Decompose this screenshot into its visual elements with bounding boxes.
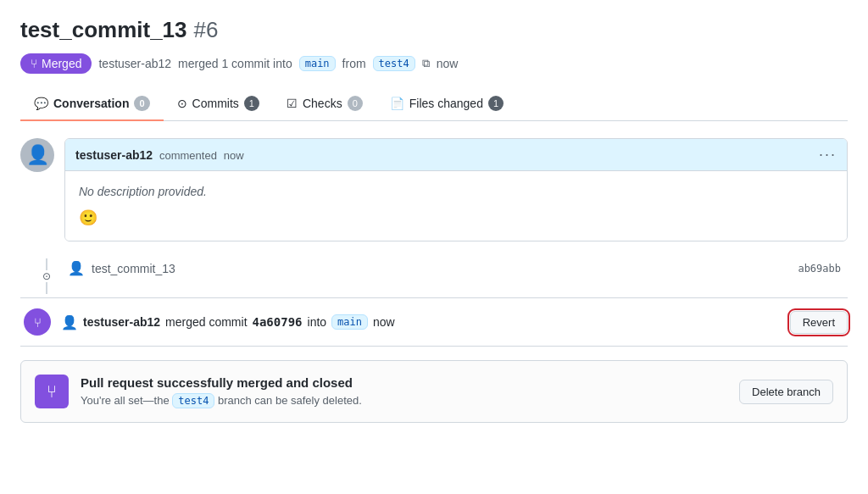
avatar: 👤 [20, 138, 54, 172]
comment-action: commented [159, 149, 217, 162]
tab-commits-count: 1 [244, 96, 259, 111]
tab-conversation-label: Conversation [53, 97, 129, 110]
pr-time: now [437, 57, 459, 70]
files-changed-icon: 📄 [390, 97, 404, 110]
commits-icon: ⊙ [177, 97, 187, 110]
commit-sha: ab69abb [798, 263, 848, 275]
merged-banner-description: You're all set—the test4 branch can be s… [81, 393, 727, 408]
comment-menu-button[interactable]: ··· [819, 146, 837, 164]
comment-description: No description provided. [79, 185, 833, 198]
checks-icon: ☑ [287, 97, 298, 110]
merge-banner-merge-icon: ⑂ [47, 382, 57, 402]
pr-status-bar: ⑂ Merged testuser-ab12 merged 1 commit i… [20, 53, 848, 74]
pr-title: test_commit_13 #6 [20, 17, 848, 43]
comment-time: now [224, 149, 244, 162]
pr-title-text: test_commit_13 [20, 17, 187, 43]
merge-icon: ⑂ [31, 57, 37, 70]
revert-button[interactable]: Revert [790, 311, 848, 334]
commit-avatar-icon: 👤 [68, 260, 85, 276]
tab-conversation-count: 0 [134, 96, 149, 111]
merged-badge: ⑂ Merged [20, 53, 92, 74]
merged-label: Merged [42, 57, 81, 70]
avatar-icon: 👤 [26, 146, 49, 164]
banner-branch-tag: test4 [172, 393, 214, 408]
comment-meta: testuser-ab12 commented now [75, 148, 244, 162]
merge-event-icon: ⑂ [24, 308, 51, 336]
banner-desc-suffix: branch can be safely deleted. [218, 394, 362, 407]
comment-author: testuser-ab12 [75, 148, 153, 162]
comment-header: testuser-ab12 commented now ··· [65, 139, 847, 171]
merge-event-row: ⑂ 👤 testuser-ab12 merged commit 4a60796 … [20, 297, 848, 347]
comment-body: No description provided. 🙂 [65, 171, 847, 241]
base-branch-tag: main [299, 56, 336, 71]
pr-number: #6 [194, 17, 219, 43]
tab-files-count: 1 [488, 96, 504, 111]
comment-row: 👤 testuser-ab12 commented now ··· No des… [20, 138, 848, 241]
banner-desc-prefix: You're all set—the [81, 394, 170, 407]
head-branch-tag: test4 [373, 56, 415, 71]
tab-files-label: Files changed [409, 97, 483, 110]
delete-branch-button[interactable]: Delete branch [739, 380, 833, 404]
conversation-icon: 💬 [34, 97, 48, 110]
commit-name: test_commit_13 [92, 262, 175, 275]
pr-from-text: from [342, 57, 366, 70]
tab-files-changed[interactable]: 📄 Files changed 1 [376, 87, 517, 121]
merge-time: now [373, 315, 395, 329]
merged-banner-title: Pull request successfully merged and clo… [81, 375, 727, 390]
commit-timeline-icon: ⊙ [42, 270, 51, 282]
tab-checks-count: 0 [348, 96, 363, 111]
merged-banner-text: Pull request successfully merged and clo… [81, 375, 727, 408]
merge-author: testuser-ab12 [83, 315, 160, 329]
pr-action: merged 1 commit into [178, 57, 292, 70]
comment-box: testuser-ab12 commented now ··· No descr… [64, 138, 848, 241]
merge-event-text: 👤 testuser-ab12 merged commit 4a60796 in… [61, 314, 780, 330]
pr-author: testuser-ab12 [98, 57, 171, 70]
tab-checks-label: Checks [303, 97, 342, 110]
merge-target-branch: main [331, 314, 368, 330]
emoji-reaction-button[interactable]: 🙂 [79, 209, 97, 226]
tab-commits-label: Commits [192, 97, 239, 110]
tab-bar: 💬 Conversation 0 ⊙ Commits 1 ☑ Checks 0 … [20, 87, 848, 121]
tab-conversation[interactable]: 💬 Conversation 0 [20, 87, 164, 121]
merged-banner-icon: ⑂ [35, 375, 69, 408]
merge-action-prefix: merged commit [165, 315, 247, 329]
merge-commit-hash: 4a60796 [253, 315, 303, 329]
copy-icon[interactable]: ⧉ [422, 57, 430, 70]
tab-checks[interactable]: ☑ Checks 0 [273, 87, 376, 121]
merge-event-avatar: 👤 [61, 314, 78, 330]
tab-commits[interactable]: ⊙ Commits 1 [164, 87, 273, 121]
merge-action-suffix: into [308, 315, 327, 329]
merged-banner: ⑂ Pull request successfully merged and c… [20, 360, 848, 423]
